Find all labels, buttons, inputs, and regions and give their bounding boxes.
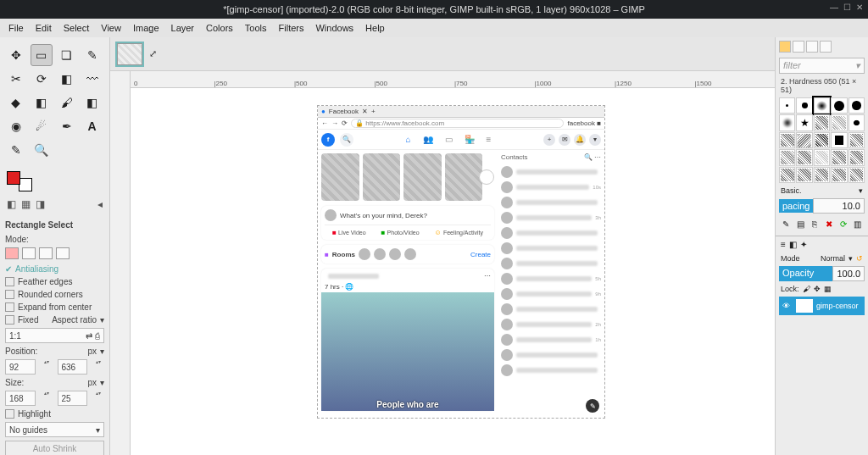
tool-crop[interactable]: ✂ (5, 68, 27, 90)
tool-transform[interactable]: ◧ (56, 68, 78, 90)
brush-item[interactable] (831, 149, 847, 165)
minimize-icon[interactable]: — (830, 3, 838, 12)
dock-menu-icon[interactable]: ◂ (97, 198, 103, 210)
tool-rect-select[interactable]: ▭ (31, 44, 53, 66)
brush-item[interactable] (814, 167, 830, 183)
tool-fuzzy-select[interactable]: ✎ (81, 44, 103, 66)
brush-item[interactable] (849, 149, 865, 165)
tab-fonts[interactable] (806, 41, 818, 53)
brush-item[interactable] (779, 149, 795, 165)
menu-filters[interactable]: Filters (274, 21, 309, 35)
menu-tools[interactable]: Tools (240, 21, 272, 35)
brush-filter-input[interactable]: filter▾ (779, 58, 865, 74)
dup-brush-icon[interactable]: ⎘ (810, 218, 821, 230)
mode-add[interactable] (22, 247, 36, 259)
mode-subtract[interactable] (39, 247, 53, 259)
spacing-field[interactable]: 10.0 (813, 198, 865, 214)
brush-item[interactable] (779, 114, 795, 130)
brush-item[interactable] (849, 114, 865, 130)
brush-indicator-icon[interactable]: ◧ (7, 198, 16, 210)
brush-item[interactable]: ★ (796, 114, 812, 130)
tool-eraser[interactable]: ◧ (81, 92, 103, 114)
brush-item[interactable] (796, 97, 812, 114)
mode-dropdown[interactable]: Normal (821, 254, 845, 263)
brush-item[interactable] (849, 97, 865, 114)
pattern-indicator-icon[interactable]: ▦ (21, 198, 31, 210)
size-h-field[interactable]: 25 (58, 391, 88, 406)
tab-channels[interactable]: ◧ (789, 240, 797, 249)
tool-smudge[interactable]: ☄ (31, 115, 53, 137)
brush-item[interactable] (831, 167, 847, 183)
menu-image[interactable]: Image (128, 21, 164, 35)
brush-item[interactable] (814, 149, 830, 165)
brush-item[interactable] (779, 132, 795, 148)
brush-item[interactable] (849, 167, 865, 183)
tool-gradient[interactable]: ◧ (31, 92, 53, 114)
brush-item[interactable] (779, 97, 795, 114)
tab-history[interactable] (820, 41, 832, 53)
layer-visibility-icon[interactable]: 👁 (782, 302, 793, 310)
mode-intersect[interactable] (56, 247, 70, 259)
pos-y-field[interactable]: 636 (58, 359, 88, 375)
tool-brush[interactable]: 🖌 (56, 92, 78, 114)
lock-alpha-icon[interactable]: ▦ (824, 285, 832, 293)
tool-zoom[interactable]: 🔍 (31, 139, 53, 161)
fg-color-swatch[interactable] (7, 171, 20, 185)
menu-help[interactable]: Help (360, 21, 390, 35)
menu-windows[interactable]: Windows (310, 21, 359, 35)
brush-item[interactable] (831, 114, 847, 130)
tool-free-select[interactable]: ❏ (56, 44, 78, 66)
tab-paths[interactable]: ✦ (800, 240, 807, 249)
brush-item[interactable] (796, 167, 812, 183)
tool-warp[interactable]: 〰 (81, 68, 103, 90)
edit-brush-icon[interactable]: ✎ (781, 218, 792, 230)
tab-patterns[interactable] (793, 41, 804, 53)
brush-item[interactable] (779, 167, 795, 183)
tab-expand-icon[interactable]: ⤢ (149, 48, 157, 59)
size-w-field[interactable]: 168 (5, 391, 36, 406)
menu-layer[interactable]: Layer (166, 21, 200, 35)
guides-dropdown[interactable]: No guides▾ (5, 422, 104, 437)
close-icon[interactable]: ✕ (856, 3, 863, 12)
menu-select[interactable]: Select (58, 21, 95, 35)
canvas[interactable]: ●Facebook✕+ ←→⟳ 🔒 https://www.facebook.c… (317, 105, 605, 419)
lock-pixels-icon[interactable]: 🖌 (803, 285, 810, 293)
menu-view[interactable]: View (96, 21, 126, 35)
brush-item[interactable] (814, 97, 830, 114)
image-tab-1[interactable] (117, 43, 142, 65)
rounded-checkbox[interactable] (5, 290, 14, 299)
brush-item[interactable] (831, 97, 847, 114)
new-brush-icon[interactable]: ▤ (795, 218, 806, 230)
fixed-checkbox[interactable] (5, 315, 14, 325)
brush-item[interactable] (814, 132, 830, 148)
menu-edit[interactable]: Edit (31, 21, 57, 35)
brush-item[interactable] (796, 132, 812, 148)
menu-file[interactable]: File (3, 21, 29, 35)
layer-row[interactable]: 👁 gimp-censor (779, 297, 865, 315)
tool-clone[interactable]: ◉ (5, 115, 27, 137)
lock-position-icon[interactable]: ✥ (814, 285, 821, 293)
highlight-checkbox[interactable] (5, 409, 14, 419)
opacity-field[interactable]: 100.0 (832, 266, 865, 281)
fixed-mode[interactable]: Aspect ratio (52, 315, 97, 325)
tab-layers[interactable]: ≡ (781, 240, 786, 249)
brush-preset[interactable]: Basic.▾ (776, 185, 868, 197)
tool-path[interactable]: ✒ (56, 115, 78, 137)
tab-brushes[interactable] (779, 41, 791, 53)
bg-color-swatch[interactable] (19, 178, 32, 191)
brush-item[interactable] (796, 149, 812, 165)
gradient-indicator-icon[interactable]: ◨ (36, 198, 45, 210)
delete-brush-icon[interactable]: ✖ (823, 218, 834, 230)
expand-checkbox[interactable] (5, 302, 14, 312)
brush-item[interactable] (831, 132, 847, 148)
menu-colors[interactable]: Colors (201, 21, 238, 35)
tool-bucket[interactable]: ◆ (5, 92, 27, 114)
brush-item[interactable] (849, 132, 865, 148)
ratio-field[interactable]: 1:1⇄ ⎙ (5, 328, 104, 343)
mode-replace[interactable] (5, 247, 19, 259)
pos-x-field[interactable]: 92 (5, 359, 36, 375)
brush-item[interactable] (814, 114, 830, 130)
open-brush-icon[interactable]: ▥ (852, 218, 863, 230)
refresh-brush-icon[interactable]: ⟳ (837, 218, 849, 230)
tool-color-picker[interactable]: ✎ (5, 139, 27, 161)
